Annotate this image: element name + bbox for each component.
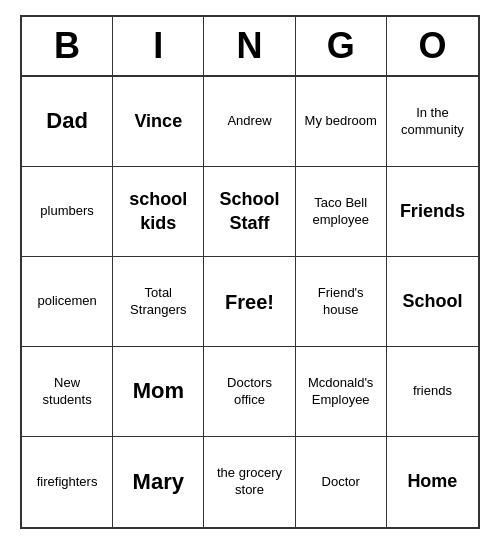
bingo-cell-5: plumbers <box>22 167 113 257</box>
header-letter: I <box>113 17 204 75</box>
bingo-cell-12: Free! <box>204 257 295 347</box>
bingo-card: BINGO DadVinceAndrewMy bedroomIn the com… <box>20 15 480 529</box>
bingo-cell-18: Mcdonald's Employee <box>296 347 387 437</box>
bingo-cell-20: firefighters <box>22 437 113 527</box>
bingo-cell-13: Friend's house <box>296 257 387 347</box>
bingo-cell-9: Friends <box>387 167 478 257</box>
bingo-cell-24: Home <box>387 437 478 527</box>
bingo-cell-10: policemen <box>22 257 113 347</box>
bingo-cell-4: In the community <box>387 77 478 167</box>
bingo-cell-16: Mom <box>113 347 204 437</box>
bingo-cell-14: School <box>387 257 478 347</box>
header-letter: N <box>204 17 295 75</box>
bingo-cell-22: the grocery store <box>204 437 295 527</box>
header-letter: B <box>22 17 113 75</box>
bingo-cell-7: School Staff <box>204 167 295 257</box>
bingo-cell-19: friends <box>387 347 478 437</box>
header-letter: O <box>387 17 478 75</box>
bingo-cell-3: My bedroom <box>296 77 387 167</box>
bingo-cell-21: Mary <box>113 437 204 527</box>
bingo-cell-6: school kids <box>113 167 204 257</box>
bingo-cell-0: Dad <box>22 77 113 167</box>
bingo-cell-15: New students <box>22 347 113 437</box>
bingo-grid: DadVinceAndrewMy bedroomIn the community… <box>22 77 478 527</box>
bingo-cell-8: Taco Bell employee <box>296 167 387 257</box>
bingo-cell-1: Vince <box>113 77 204 167</box>
bingo-cell-23: Doctor <box>296 437 387 527</box>
bingo-cell-2: Andrew <box>204 77 295 167</box>
header-letter: G <box>296 17 387 75</box>
bingo-cell-11: Total Strangers <box>113 257 204 347</box>
bingo-cell-17: Doctors office <box>204 347 295 437</box>
bingo-header: BINGO <box>22 17 478 77</box>
